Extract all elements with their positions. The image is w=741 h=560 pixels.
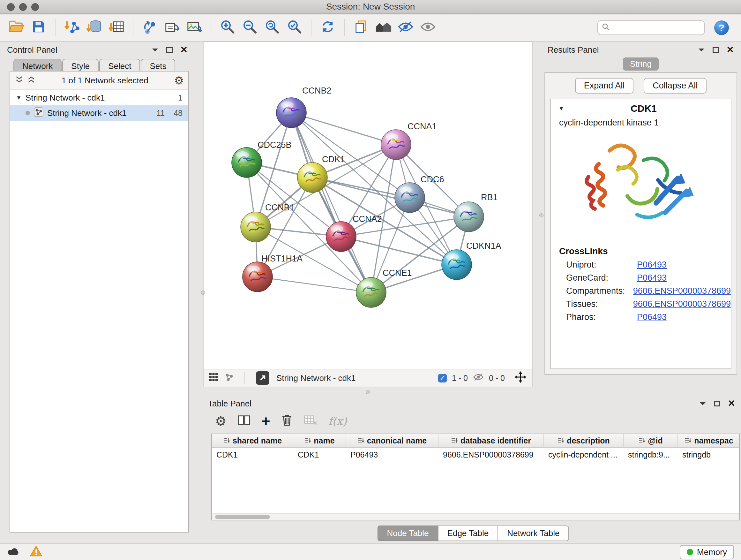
network-node-CDK1[interactable] bbox=[297, 163, 327, 192]
zoom-selected-button[interactable] bbox=[285, 18, 305, 38]
copy-document-button[interactable] bbox=[351, 18, 371, 38]
collapse-all-button[interactable]: Collapse All bbox=[644, 78, 706, 94]
tab-string[interactable]: String bbox=[623, 57, 659, 71]
tree-expand-icon[interactable]: ▼ bbox=[16, 95, 22, 101]
network-node-HIST1H1A[interactable] bbox=[243, 262, 273, 292]
show-all-button[interactable] bbox=[418, 18, 438, 38]
network-node-CCNA2[interactable] bbox=[326, 222, 356, 252]
home-networks-button[interactable] bbox=[374, 18, 393, 38]
new-network-from-selection-button[interactable] bbox=[140, 18, 159, 38]
panel-menu-icon[interactable] bbox=[698, 48, 705, 52]
network-edge-CCNB2-CCNA1[interactable] bbox=[291, 113, 396, 145]
zoom-fit-button[interactable] bbox=[262, 18, 282, 38]
network-node-CCNB2[interactable] bbox=[276, 98, 307, 128]
open-session-button[interactable] bbox=[6, 18, 26, 38]
cloud-icon[interactable] bbox=[7, 546, 21, 558]
table-header-row: shared name name canonical name database… bbox=[212, 434, 739, 448]
zoom-in-button[interactable] bbox=[218, 18, 238, 38]
table-settings-gear-icon[interactable]: ⚙ bbox=[215, 415, 226, 428]
clone-network-button[interactable] bbox=[162, 18, 182, 38]
splitter-handle[interactable] bbox=[201, 291, 205, 295]
expand-all-icon[interactable] bbox=[27, 75, 36, 86]
network-row-selected[interactable]: String Network - cdk1 11 48 bbox=[10, 105, 188, 121]
panel-close-icon[interactable]: ✕ bbox=[727, 45, 734, 54]
card-collapse-icon[interactable]: ▼ bbox=[558, 105, 564, 112]
search-input[interactable] bbox=[612, 23, 715, 33]
network-node-CCNA1[interactable] bbox=[381, 130, 411, 160]
expand-all-button[interactable]: Expand All bbox=[575, 78, 634, 94]
panel-close-icon[interactable]: ✕ bbox=[728, 399, 735, 408]
hide-selected-button[interactable] bbox=[396, 18, 415, 38]
window-close-button[interactable] bbox=[7, 3, 15, 11]
collapse-all-icon[interactable] bbox=[15, 75, 23, 86]
show-columns-icon[interactable] bbox=[238, 414, 251, 428]
table-row[interactable]: CDK1 CDK1 P06493 9606.ENSP00000378699 cy… bbox=[212, 448, 739, 462]
column-header-description[interactable]: description bbox=[544, 434, 623, 447]
panel-close-icon[interactable]: ✕ bbox=[180, 45, 188, 54]
tab-node-table[interactable]: Node Table bbox=[378, 525, 439, 541]
apply-layout-button[interactable] bbox=[318, 18, 338, 38]
open-in-window-button[interactable] bbox=[256, 371, 269, 385]
tab-edge-table[interactable]: Edge Table bbox=[438, 525, 498, 541]
panel-float-icon[interactable] bbox=[166, 47, 173, 53]
window-minimize-button[interactable] bbox=[19, 3, 27, 11]
tab-network-table[interactable]: Network Table bbox=[497, 525, 569, 541]
horizontal-scrollbar[interactable] bbox=[212, 513, 739, 520]
memory-button[interactable]: Memory bbox=[680, 545, 734, 559]
panel-float-icon[interactable] bbox=[713, 47, 719, 53]
column-header-namespace[interactable]: namespac bbox=[678, 434, 740, 447]
column-header-database-identifier[interactable]: database identifier bbox=[439, 434, 544, 447]
network-node-label-CDK1: CDK1 bbox=[322, 154, 345, 164]
network-edge-CCNA2-CDKN1A[interactable] bbox=[341, 237, 457, 265]
pharos-link[interactable]: P06493 bbox=[637, 312, 667, 322]
save-session-button[interactable] bbox=[29, 18, 49, 38]
network-node-CDC6[interactable] bbox=[395, 183, 425, 212]
gear-icon[interactable]: ⚙ bbox=[174, 75, 184, 86]
splitter-handle[interactable] bbox=[366, 390, 370, 394]
column-header-shared-name[interactable]: shared name bbox=[212, 434, 293, 447]
network-node-CDC25B[interactable] bbox=[232, 147, 262, 178]
network-node-CCNB1[interactable] bbox=[241, 212, 271, 242]
uniprot-link[interactable]: P06493 bbox=[637, 260, 667, 270]
splitter-handle[interactable] bbox=[539, 213, 543, 217]
panel-menu-icon[interactable] bbox=[699, 401, 706, 406]
network-collection-row[interactable]: ▼ String Network - cdk1 1 bbox=[10, 90, 188, 105]
scrollbar-thumb[interactable] bbox=[215, 515, 270, 519]
help-button[interactable]: ? bbox=[714, 20, 729, 35]
export-image-button[interactable] bbox=[185, 18, 204, 38]
network-node-RB1[interactable] bbox=[454, 202, 484, 232]
pan-crosshair-icon[interactable] bbox=[515, 371, 527, 385]
string-share-icon[interactable] bbox=[225, 373, 233, 384]
compartments-link[interactable]: 9606.ENSP00000378699 bbox=[633, 286, 731, 296]
node-selection-checkbox[interactable]: ✓ bbox=[438, 374, 447, 382]
network-edge-HIST1H1A-CCNE1[interactable] bbox=[258, 277, 371, 293]
import-table-button[interactable] bbox=[107, 18, 126, 38]
column-header-name[interactable]: name bbox=[293, 434, 346, 447]
import-network-from-database-button[interactable] bbox=[84, 18, 104, 38]
genecard-link[interactable]: P06493 bbox=[637, 273, 667, 283]
tissues-link[interactable]: 9606.ENSP00000378699 bbox=[633, 299, 731, 309]
import-network-from-file-button[interactable] bbox=[62, 18, 82, 38]
hidden-eye-icon[interactable] bbox=[473, 373, 484, 384]
function-builder-button[interactable]: f(x) bbox=[328, 415, 347, 428]
database-import-icon bbox=[86, 19, 102, 37]
column-header-id[interactable]: @id bbox=[623, 434, 678, 447]
window-zoom-button[interactable] bbox=[31, 3, 39, 11]
network-graph[interactable]: CCNB2CCNA1CDC25BCDK1CDC6RB1CCNB1CCNA2CDK… bbox=[204, 42, 532, 369]
memory-status-dot bbox=[687, 549, 693, 555]
network-list-box: 1 of 1 Network selected ⚙ ▼ String Netwo… bbox=[10, 71, 189, 533]
panel-float-icon[interactable] bbox=[714, 401, 720, 407]
birdseye-grid-icon[interactable] bbox=[209, 373, 218, 383]
panel-menu-icon[interactable] bbox=[151, 48, 158, 52]
table-panel-header: Table Panel ✕ bbox=[207, 396, 740, 411]
network-node-CCNE1[interactable] bbox=[356, 277, 386, 307]
status-bar: Memory bbox=[0, 543, 741, 560]
network-canvas[interactable]: CCNB2CCNA1CDC25BCDK1CDC6RB1CCNB1CCNA2CDK… bbox=[204, 42, 532, 369]
warning-icon[interactable] bbox=[29, 545, 43, 559]
network-node-CDKN1A[interactable] bbox=[442, 250, 472, 280]
zoom-out-button[interactable] bbox=[240, 18, 260, 38]
add-column-icon[interactable]: + bbox=[262, 415, 270, 427]
column-header-canonical-name[interactable]: canonical name bbox=[346, 434, 439, 447]
network-edge-CCNB2-CCNE1[interactable] bbox=[291, 113, 371, 293]
delete-column-trash-icon[interactable] bbox=[281, 414, 293, 429]
